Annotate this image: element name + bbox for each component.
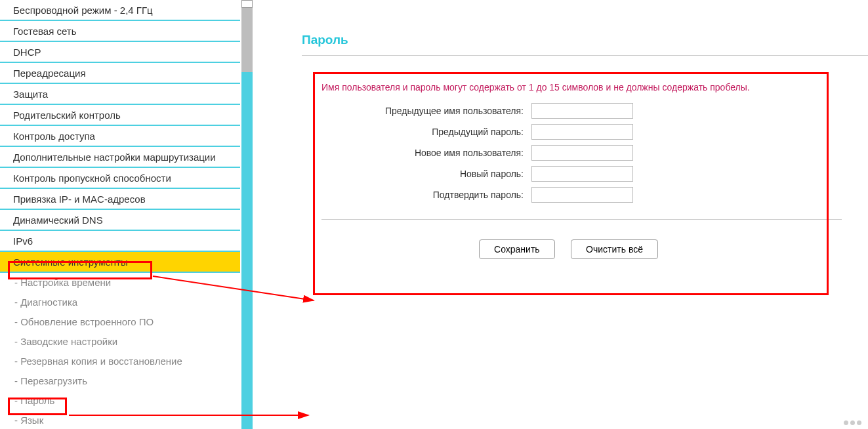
sidebar-item-15[interactable]: - Обновление встроенного ПО [0,312,240,332]
scroll-thumb[interactable] [241,0,253,8]
page-title: Пароль [302,33,868,47]
sidebar-item-19[interactable]: - Пароль [0,391,240,411]
input-new-user[interactable] [531,145,633,161]
sidebar-item-6[interactable]: Контроль доступа [0,126,240,147]
sidebar-item-16[interactable]: - Заводские настройки [0,332,240,352]
warning-text: Имя пользователя и пароль могут содержат… [321,82,816,92]
content-area: Пароль Имя пользователя и пароль могут с… [276,0,868,429]
clear-button[interactable]: Очистить всё [571,239,658,259]
status-dots [844,420,861,425]
sidebar-item-7[interactable]: Дополнительные настройки маршрутизации [0,147,240,168]
divider-top [302,55,868,56]
scroll-track[interactable] [241,0,253,72]
sidebar-item-5[interactable]: Родительский контроль [0,105,240,126]
sidebar-item-20[interactable]: - Язык [0,411,240,429]
sidebar-item-18[interactable]: - Перезагрузить [0,371,240,391]
sidebar-item-3[interactable]: Переадресация [0,63,240,84]
sidebar-item-11[interactable]: IPv6 [0,231,240,252]
sidebar-item-12[interactable]: Системные инструменты [0,252,240,273]
input-new-pass[interactable] [531,166,633,182]
divider-mid [321,219,842,220]
label-confirm: Подтвердить пароль: [321,190,531,200]
sidebar-item-8[interactable]: Контроль пропускной способности [0,168,240,189]
input-prev-pass[interactable] [531,124,633,140]
sidebar-item-2[interactable]: DHCP [0,42,240,63]
password-form: Имя пользователя и пароль могут содержат… [308,69,829,295]
sidebar-item-4[interactable]: Защита [0,84,240,105]
save-button[interactable]: Сохранить [479,239,555,259]
sidebar-item-1[interactable]: Гостевая сеть [0,21,240,42]
sidebar-item-10[interactable]: Динамический DNS [0,210,240,231]
label-new-user: Новое имя пользователя: [321,148,531,158]
sidebar-item-17[interactable]: - Резервная копия и восстановление [0,352,240,371]
input-prev-user[interactable] [531,103,633,119]
input-confirm[interactable] [531,187,633,203]
label-prev-user: Предыдущее имя пользователя: [321,106,531,116]
label-prev-pass: Предыдущий пароль: [321,127,531,137]
sidebar-item-14[interactable]: - Диагностика [0,293,240,312]
sidebar-item-0[interactable]: Беспроводной режим - 2,4 ГГц [0,0,240,21]
sidebar-item-9[interactable]: Привязка IP- и MAC-адресов [0,189,240,210]
sidebar-item-13[interactable]: - Настройка времени [0,273,240,293]
sidebar: Беспроводной режим - 2,4 ГГцГостевая сет… [0,0,240,429]
label-new-pass: Новый пароль: [321,169,531,179]
